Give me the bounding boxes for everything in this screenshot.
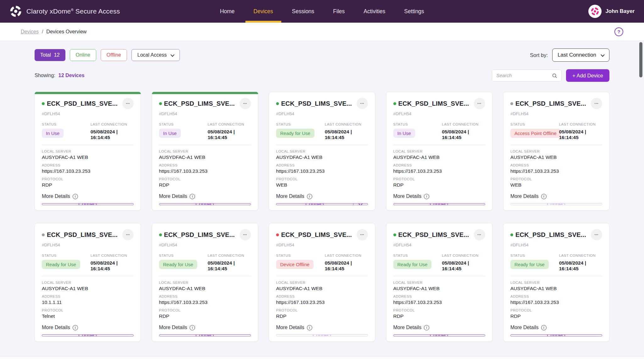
card-menu-button[interactable]: ••• [474,98,485,109]
status-label: STATUS [159,122,208,126]
status-badge: Ready for Use [42,260,80,269]
more-details-label: More Details [276,194,304,199]
user-menu[interactable]: John Bayer [588,5,635,18]
nav-item-sessions[interactable]: Sessions [292,0,314,23]
connect-button[interactable]: Connect [159,203,251,205]
address-label: ADDRESS [393,163,485,167]
more-details-link[interactable]: More Details i [393,325,485,330]
nav-item-settings[interactable]: Settings [404,0,424,23]
card-menu-button[interactable]: ••• [240,98,251,109]
device-card: ECK_PSD_LIMS_SVE... ••• #DFLH54 STATUS I… [35,92,141,210]
search-input[interactable] [496,73,549,78]
more-details-link[interactable]: More Details i [159,194,251,199]
brand-title: Claroty xDome® Secure Access [26,8,120,15]
card-menu-button[interactable]: ••• [357,229,368,240]
status-row: STATUS Ready for Use LAST CONNECTION 05/… [276,122,368,140]
connect-button[interactable]: Connect [159,334,251,336]
connect-button[interactable]: Connect [42,334,134,336]
filter-local-access-dropdown[interactable]: Local Access [131,49,180,61]
add-device-button[interactable]: + Add Device [566,69,609,82]
card-menu-button[interactable]: ••• [357,98,368,109]
connect-button[interactable]: Connect [510,203,602,205]
filter-offline-button[interactable]: Offline [101,49,127,61]
protocol-field: PROTOCOL RDP [159,177,251,188]
more-details-link[interactable]: More Details i [159,325,251,330]
card-menu-button[interactable]: ••• [591,229,602,240]
nav-item-home[interactable]: Home [220,0,235,23]
card-menu-button[interactable]: ••• [474,229,485,240]
last-connection-value: 05/08/2024 | 16:14:45 [208,260,251,272]
breadcrumb-devices-link[interactable]: Devices [21,29,39,35]
help-icon[interactable]: ? [614,27,623,36]
local-server-field: LOCAL SERVER AUSYDFAC-A1 WEB [159,149,251,160]
address-value: https://167.103.23.253 [393,168,485,174]
filter-online-button[interactable]: Online [70,49,96,61]
address-field: ADDRESS 10.1.1.11 [42,294,134,305]
address-label: ADDRESS [510,163,602,167]
more-details-label: More Details [42,194,70,199]
device-grid: ECK_PSD_LIMS_SVE... ••• #DFLH54 STATUS I… [35,92,609,342]
more-details-label: More Details [393,194,422,199]
device-card: ECK_PSD_LIMS_SVE... ••• #DFLH54 STATUS D… [269,223,375,342]
info-icon: i [307,194,312,199]
more-details-link[interactable]: More Details i [510,194,602,199]
card-menu-button[interactable]: ••• [122,229,134,240]
connect-button[interactable]: Connect [276,334,368,336]
connect-button[interactable]: Connect [393,334,485,336]
divider [159,145,251,145]
connect-button[interactable]: Connect [42,203,134,205]
last-connection-value: 05/08/2024 | 16:14:45 [325,260,368,272]
nav-item-activities[interactable]: Activities [364,0,385,23]
status-row: STATUS Access Point Offline LAST CONNECT… [510,122,602,140]
filter-total-button[interactable]: Total 12 [35,49,65,61]
device-id: #DFLH54 [42,243,134,247]
last-connection-label: LAST CONNECTION [325,254,368,257]
address-value: https://167.103.23.253 [276,300,368,305]
protocol-field: PROTOCOL RDP [42,177,134,188]
status-badge: Access Point Offline [510,129,561,138]
more-details-link[interactable]: More Details i [276,194,368,199]
more-details-link[interactable]: More Details i [276,325,368,330]
address-label: ADDRESS [159,294,251,298]
status-label: STATUS [42,122,91,126]
connect-label: Connect [394,204,485,205]
card-menu-button[interactable]: ••• [591,98,602,109]
more-details-link[interactable]: More Details i [393,194,485,199]
more-details-link[interactable]: More Details i [42,325,134,330]
sort-select[interactable]: Last Connection [552,48,609,62]
nav-item-files[interactable]: Files [333,0,345,23]
status-label: STATUS [393,254,442,257]
more-details-label: More Details [393,325,422,330]
connect-button[interactable]: Connect [510,334,602,336]
connect-dropdown-toggle[interactable] [353,204,368,205]
more-details-link[interactable]: More Details i [510,325,602,330]
protocol-label: PROTOCOL [42,308,134,312]
local-server-label: LOCAL SERVER [393,281,485,284]
divider [276,145,368,145]
card-header: ECK_PSD_LIMS_SVE... ••• [393,231,485,240]
search-box [492,70,562,81]
card-menu-button[interactable]: ••• [122,98,134,109]
main-nav: Home Devices Sessions Files Activities S… [220,0,424,23]
card-menu-button[interactable]: ••• [240,229,251,240]
last-connection-label: LAST CONNECTION [91,254,134,257]
status-dot [393,233,396,236]
address-value: https://167.103.23.253 [393,300,485,305]
local-server-label: LOCAL SERVER [276,149,368,153]
device-id: #DFLH54 [393,111,485,116]
connect-button[interactable]: Connect [393,203,485,205]
vertical-scrollbar[interactable] [639,42,642,77]
status-badge: In Use [42,129,64,138]
device-name: ECK_PSD_LIMS_SVE... [398,100,474,107]
local-server-field: LOCAL SERVER AUSYDFAC-A1 WEB [276,281,368,291]
showing-summary: Showing: 12 Devices [35,73,85,78]
more-details-link[interactable]: More Details i [42,194,134,199]
connect-button[interactable]: Connect [276,203,368,205]
status-dot [42,102,45,105]
brand: Claroty xDome® Secure Access [9,5,120,18]
info-icon: i [190,325,195,330]
nav-item-devices[interactable]: Devices [253,0,273,23]
address-field: ADDRESS https://167.103.23.253 [393,163,485,174]
address-label: ADDRESS [159,163,251,167]
device-name: ECK_PSD_LIMS_SVE... [515,100,591,107]
